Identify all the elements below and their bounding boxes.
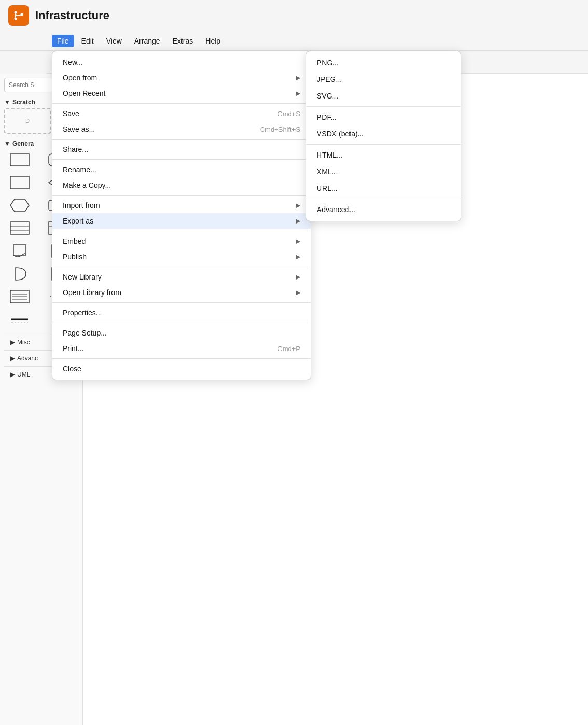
export-label-vsdx: VSDX (beta)... <box>317 130 363 138</box>
scratch-label: D <box>25 118 30 124</box>
menu-divider-after-export_as <box>52 231 311 231</box>
submenu-arrow-import_from: ▶ <box>296 202 300 209</box>
menu-divider-after-open_library <box>52 302 311 303</box>
file-menu-item-export_as[interactable]: Export as▶ <box>52 213 311 229</box>
export-label-html: HTML... <box>317 151 343 159</box>
app-icon <box>8 5 29 26</box>
shape-d-shape[interactable] <box>4 263 35 284</box>
shape-hexagon[interactable] <box>4 195 35 216</box>
menu-label-page_setup: Page Setup... <box>63 329 107 337</box>
menu-help[interactable]: Help <box>200 35 226 47</box>
menu-divider-after-open_recent <box>52 103 311 104</box>
menu-label-open_library: Open Library from <box>63 288 121 297</box>
export-divider-after-url <box>306 199 461 199</box>
svg-rect-4 <box>10 154 29 166</box>
export-item-vsdx[interactable]: VSDX (beta)... <box>306 126 461 142</box>
menu-bar: File Edit View Arrange Extras Help <box>0 31 588 51</box>
menu-label-save_as: Save as... <box>63 125 95 133</box>
chevron-right-icon-uml: ▶ <box>10 371 15 378</box>
chevron-down-icon: ▼ <box>4 99 10 106</box>
menu-divider-after-publish <box>52 267 311 267</box>
shape-rectangle-2[interactable] <box>4 172 35 193</box>
export-item-svg[interactable]: SVG... <box>306 88 461 104</box>
file-menu-item-open_library[interactable]: Open Library from▶ <box>52 285 311 300</box>
file-menu-item-import_from[interactable]: Import from▶ <box>52 198 311 213</box>
export-label-advanced: Advanced... <box>317 205 355 214</box>
file-menu-item-publish[interactable]: Publish▶ <box>52 249 311 264</box>
menu-divider-after-share <box>52 159 311 160</box>
export-item-jpeg[interactable]: JPEG... <box>306 71 461 88</box>
menu-label-share: Share... <box>63 145 88 154</box>
export-divider-after-svg <box>306 106 461 107</box>
file-menu-item-new_library[interactable]: New Library▶ <box>52 269 311 285</box>
chevron-right-icon-advanced: ▶ <box>10 355 15 362</box>
menu-label-open_recent: Open Recent <box>63 89 106 97</box>
file-menu-item-close[interactable]: Close <box>52 361 311 377</box>
file-menu-item-open_from[interactable]: Open from▶ <box>52 70 311 86</box>
menu-label-embed: Embed <box>63 237 86 245</box>
shape-list[interactable] <box>4 286 35 307</box>
export-item-url[interactable]: URL... <box>306 180 461 197</box>
menu-arrange[interactable]: Arrange <box>129 35 165 47</box>
scratch-area[interactable]: D <box>4 108 51 134</box>
file-menu-item-save_as[interactable]: Save as...Cmd+Shift+S <box>52 121 311 137</box>
menu-label-export_as: Export as <box>63 217 93 225</box>
chevron-down-icon-general: ▼ <box>4 140 10 147</box>
svg-rect-6 <box>10 176 29 189</box>
file-menu-item-page_setup[interactable]: Page Setup... <box>52 325 311 341</box>
export-item-xml[interactable]: XML... <box>306 163 461 180</box>
export-label-svg: SVG... <box>317 92 338 100</box>
export-item-advanced[interactable]: Advanced... <box>306 201 461 218</box>
svg-point-1 <box>15 18 17 20</box>
export-label-xml: XML... <box>317 168 338 176</box>
export-item-pdf[interactable]: PDF... <box>306 109 461 126</box>
menu-label-save: Save <box>63 109 79 118</box>
section-misc-label: Misc <box>17 339 30 346</box>
shape-table[interactable] <box>4 218 35 239</box>
chevron-right-icon-misc: ▶ <box>10 339 15 346</box>
submenu-arrow-open_from: ▶ <box>296 74 300 81</box>
file-menu: New...Open from▶Open Recent▶SaveCmd+SSav… <box>52 51 311 380</box>
app-title: Infrastructure <box>35 9 109 22</box>
submenu-arrow-embed: ▶ <box>296 238 300 245</box>
file-menu-item-rename[interactable]: Rename... <box>52 162 311 177</box>
file-menu-item-open_recent[interactable]: Open Recent▶ <box>52 86 311 101</box>
export-label-url: URL... <box>317 184 338 192</box>
export-submenu: PNG...JPEG...SVG...PDF...VSDX (beta)...H… <box>306 51 461 221</box>
file-menu-item-print[interactable]: Print...Cmd+P <box>52 341 311 356</box>
svg-rect-10 <box>10 222 29 234</box>
shape-solid-line[interactable] <box>4 309 35 330</box>
menu-extras[interactable]: Extras <box>167 35 199 47</box>
menu-shortcut-save_as: Cmd+Shift+S <box>260 126 300 133</box>
export-item-png[interactable]: PNG... <box>306 54 461 71</box>
shape-doc[interactable] <box>4 241 35 261</box>
file-menu-item-make_copy[interactable]: Make a Copy... <box>52 177 311 193</box>
export-label-png: PNG... <box>317 59 339 67</box>
export-item-html[interactable]: HTML... <box>306 147 461 163</box>
menu-divider-after-print <box>52 358 311 359</box>
section-scratch-label: Scratch <box>12 99 35 106</box>
export-divider-after-vsdx <box>306 144 461 145</box>
menu-divider-after-make_copy <box>52 195 311 196</box>
menu-label-publish: Publish <box>63 253 87 261</box>
file-menu-item-share[interactable]: Share... <box>52 142 311 157</box>
export-label-pdf: PDF... <box>317 113 337 121</box>
shape-rectangle[interactable] <box>4 149 35 170</box>
submenu-arrow-publish: ▶ <box>296 253 300 260</box>
menu-edit[interactable]: Edit <box>76 35 99 47</box>
file-menu-item-properties[interactable]: Properties... <box>52 305 311 320</box>
section-general-label: Genera <box>12 140 34 147</box>
file-menu-item-new[interactable]: New... <box>52 54 311 70</box>
submenu-arrow-new_library: ▶ <box>296 273 300 281</box>
menu-label-import_from: Import from <box>63 201 100 210</box>
svg-marker-8 <box>10 199 29 212</box>
export-label-jpeg: JPEG... <box>317 75 342 83</box>
menu-file[interactable]: File <box>52 35 74 47</box>
submenu-arrow-export_as: ▶ <box>296 217 300 225</box>
title-bar: Infrastructure <box>0 0 588 31</box>
menu-label-rename: Rename... <box>63 165 96 174</box>
file-menu-item-save[interactable]: SaveCmd+S <box>52 106 311 121</box>
menu-label-make_copy: Make a Copy... <box>63 181 111 189</box>
file-menu-item-embed[interactable]: Embed▶ <box>52 233 311 249</box>
menu-view[interactable]: View <box>101 35 127 47</box>
